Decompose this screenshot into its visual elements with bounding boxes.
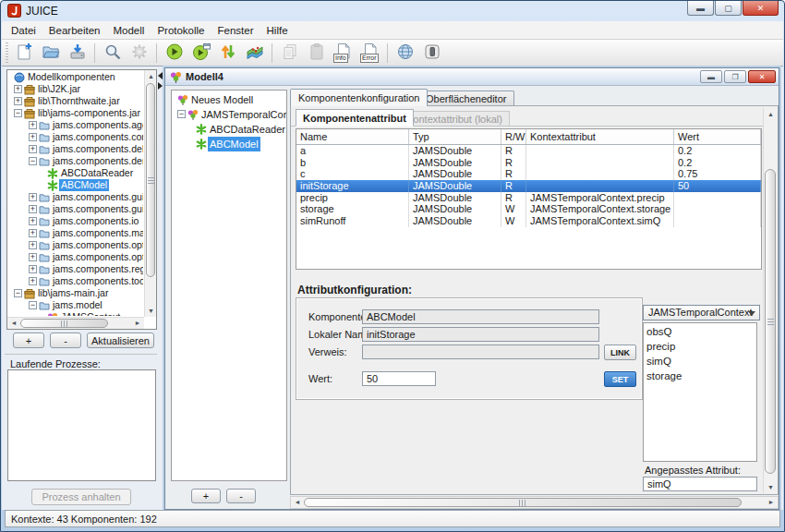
save-model-button[interactable] xyxy=(65,42,90,65)
link-button[interactable]: LINK xyxy=(604,345,636,360)
menu-item-protokolle[interactable]: Protokolle xyxy=(151,23,211,38)
expand-icon[interactable]: + xyxy=(29,277,37,285)
toolbar-drag-handle[interactable] xyxy=(6,42,8,63)
tab-komponentenkonfiguration[interactable]: Komponentenkonfiguration xyxy=(290,89,428,106)
run-model-window-button[interactable] xyxy=(188,42,213,65)
scrollbar-thumb[interactable] xyxy=(20,319,108,328)
list-item-precip[interactable]: precip xyxy=(646,339,756,354)
sidebar-add-button[interactable]: + xyxy=(13,332,44,348)
expand-icon[interactable]: + xyxy=(29,205,37,213)
list-item-storage[interactable]: storage xyxy=(646,369,756,383)
scroll-up-icon[interactable]: ▲ xyxy=(145,70,157,82)
column-header-wert[interactable]: Wert xyxy=(674,129,761,144)
attribute-table[interactable]: NameTypR/WKontextattributWertaJAMSDouble… xyxy=(296,128,762,270)
tree-item-lib-jams-main-jar[interactable]: −lib\jams-main.jar xyxy=(8,287,143,299)
scroll-left-icon[interactable]: ◄ xyxy=(291,497,304,508)
tree-vertical-scrollbar[interactable]: ▲ ▼ xyxy=(144,70,156,317)
custom-attribute-field[interactable]: simQ xyxy=(643,477,757,491)
context-attribute-list[interactable]: obsQprecipsimQstorage xyxy=(643,322,757,462)
splitter-expand-icon[interactable] xyxy=(158,82,163,90)
menu-item-hilfe[interactable]: Hilfe xyxy=(260,23,295,38)
expand-icon[interactable]: + xyxy=(29,265,37,273)
panel-vertical-scrollbar[interactable]: ▲ ▼ xyxy=(763,108,777,493)
scrollbar-thumb[interactable] xyxy=(304,498,742,507)
tree-item-lib-j2k-jar[interactable]: +lib\J2K.jar xyxy=(8,83,143,95)
table-row[interactable]: initStorageJAMSDoubleR50 xyxy=(296,180,761,192)
tree-item-jams-components-io[interactable]: +jams.components.io xyxy=(8,215,143,227)
table-row[interactable]: aJAMSDoubleR0.2 xyxy=(296,145,761,157)
expand-icon[interactable]: + xyxy=(14,85,22,93)
collapse-icon[interactable]: − xyxy=(14,289,22,297)
set-button[interactable]: SET xyxy=(604,371,636,387)
tree-item-jams-components-tools[interactable]: +jams.components.tools xyxy=(8,275,143,287)
list-item-obsq[interactable]: obsQ xyxy=(646,324,756,339)
collapse-icon[interactable]: − xyxy=(177,110,186,118)
verweis-field[interactable] xyxy=(362,345,599,359)
sync-arrows-button[interactable] xyxy=(215,42,240,65)
run-model-button[interactable] xyxy=(162,42,187,65)
table-row[interactable]: simRunoffJAMSDoubleWJAMSTemporalContext.… xyxy=(296,215,761,227)
collapse-icon[interactable]: − xyxy=(14,109,22,117)
expand-icon[interactable]: + xyxy=(29,253,37,261)
error-log-button[interactable]: Error xyxy=(357,42,382,65)
expand-icon[interactable]: + xyxy=(29,241,37,249)
scroll-down-icon[interactable]: ▼ xyxy=(145,305,157,317)
tree-item-abcdatareader[interactable]: ABCDataReader xyxy=(172,122,286,137)
tree-item-jams-components-regiona[interactable]: +jams.components.regiona xyxy=(8,263,143,275)
tree-item-abcdatareader[interactable]: ABCDataReader xyxy=(8,167,143,179)
tree-item-jams-components-gui-spr[interactable]: +jams.components.gui.spr xyxy=(8,203,143,215)
scrollbar-thumb[interactable] xyxy=(146,83,155,277)
tree-item-neues-modell[interactable]: Neues Modell xyxy=(172,92,286,107)
tree-item-jams-components-debug[interactable]: +jams.components.debug xyxy=(8,143,143,155)
column-header-r-w[interactable]: R/W xyxy=(501,129,526,144)
expand-icon[interactable]: + xyxy=(14,97,22,105)
collapse-icon[interactable]: − xyxy=(29,157,37,165)
map-layers-button[interactable] xyxy=(242,42,267,65)
tree-item-jams-components-optimiz[interactable]: +jams.components.optimiz xyxy=(8,239,143,251)
table-row[interactable]: bJAMSDoubleR0.2 xyxy=(296,157,761,169)
scrollbar-thumb[interactable] xyxy=(765,169,776,474)
table-row[interactable]: cJAMSDoubleR0.75 xyxy=(296,168,761,180)
wert-input[interactable]: 50 xyxy=(362,371,436,386)
model-restore-button[interactable]: ❐ xyxy=(724,70,746,83)
tree-item-lib-thornthwaite-jar[interactable]: +lib\Thornthwaite.jar xyxy=(8,95,143,107)
tree-item-jamstemporalcontext[interactable]: −JAMSTemporalContext xyxy=(172,107,286,122)
list-item-simq[interactable]: simQ xyxy=(646,354,756,369)
tree-item-abcmodel[interactable]: ABCModel xyxy=(8,179,143,191)
model-close-button[interactable]: ✕ xyxy=(748,70,776,83)
new-document-button[interactable] xyxy=(11,42,36,65)
exit-device-button[interactable] xyxy=(419,42,444,65)
model-remove-button[interactable]: - xyxy=(226,489,256,503)
menu-item-bearbeiten[interactable]: Bearbeiten xyxy=(42,23,107,38)
info-log-button[interactable]: Info xyxy=(331,42,356,65)
maximize-button[interactable]: ▢ xyxy=(715,1,742,16)
model-window-titlebar[interactable]: Modell4 ▬ ❐ ✕ xyxy=(165,68,779,86)
scroll-right-icon[interactable]: ► xyxy=(765,497,778,508)
expand-icon[interactable]: + xyxy=(29,121,37,129)
table-row[interactable]: storageJAMSDoubleWJAMSTemporalContext.st… xyxy=(296,203,761,215)
tree-item-jams-components-gui[interactable]: +jams.components.gui xyxy=(8,191,143,203)
tree-item-jams-model[interactable]: −jams.model xyxy=(8,299,143,311)
subtab-komponentenattribut[interactable]: Komponentenattribut xyxy=(296,109,414,127)
tree-item-modellkomponenten[interactable]: Modellkomponenten xyxy=(8,71,143,83)
tree-item-jams-components-optimiz[interactable]: +jams.components.optimiz xyxy=(8,251,143,263)
scroll-right-icon[interactable]: ► xyxy=(131,318,144,329)
sidebar-remove-button[interactable]: - xyxy=(50,332,81,348)
menu-item-fenster[interactable]: Fenster xyxy=(211,23,260,38)
refresh-button[interactable]: Aktualisieren xyxy=(87,332,154,348)
minimize-button[interactable]: ▬ xyxy=(687,1,714,16)
column-header-kontextattribut[interactable]: Kontextattribut xyxy=(526,129,674,144)
tree-item-lib-jams-components-jar[interactable]: −lib\jams-components.jar xyxy=(8,107,143,119)
scroll-up-icon[interactable]: ▲ xyxy=(764,108,778,120)
table-row[interactable]: precipJAMSDoubleRJAMSTemporalContext.pre… xyxy=(296,192,761,204)
search-button[interactable] xyxy=(100,42,125,65)
model-add-button[interactable]: + xyxy=(191,489,221,503)
tree-item-jamscontext[interactable]: JAMSContext xyxy=(8,311,143,316)
expand-icon[interactable]: + xyxy=(29,229,37,237)
globe-button[interactable] xyxy=(392,42,417,65)
menu-item-datei[interactable]: Datei xyxy=(5,23,42,38)
tree-item-jams-components-machin[interactable]: +jams.components.machin xyxy=(8,227,143,239)
collapse-icon[interactable]: − xyxy=(29,301,37,309)
tree-item-jams-components-aggreg[interactable]: +jams.components.aggreg xyxy=(8,119,143,131)
expand-icon[interactable]: + xyxy=(29,133,37,141)
